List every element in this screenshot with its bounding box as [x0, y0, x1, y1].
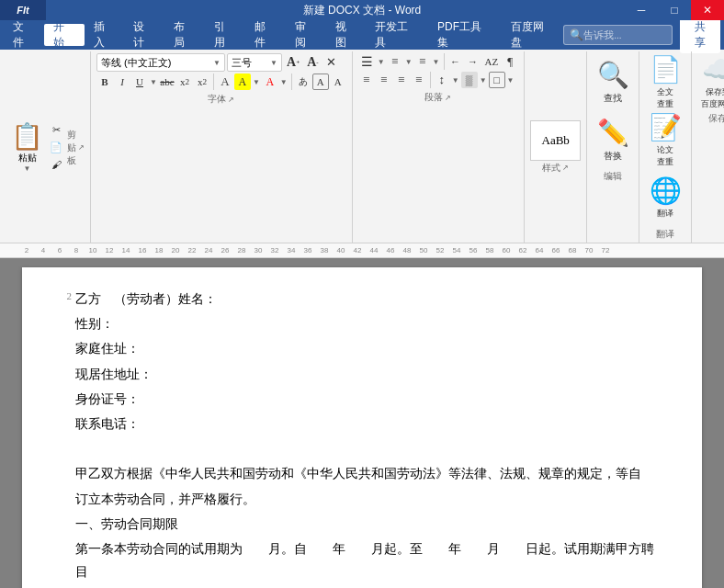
- menu-item-pdf[interactable]: PDF工具集: [428, 24, 502, 46]
- font-divider2: [291, 74, 292, 90]
- menu-item-review[interactable]: 审阅: [286, 24, 326, 46]
- document-area[interactable]: 2 乙方 （劳动者）姓名： 性别： 家庭住址： 现居住地址： 身份证号： 联系电…: [0, 258, 724, 588]
- translate-button[interactable]: 🌐 翻译: [643, 169, 687, 226]
- ruler-mark: 50: [415, 246, 432, 254]
- char-border-button[interactable]: A: [312, 74, 329, 90]
- paste-button[interactable]: 📋 粘贴 ▼: [9, 119, 45, 175]
- format-painter-button[interactable]: 🖌: [47, 156, 65, 173]
- text-effect-button[interactable]: A: [217, 74, 233, 90]
- italic-button[interactable]: I: [114, 74, 130, 90]
- para-expand-icon[interactable]: ↗: [445, 94, 451, 102]
- menu-item-view[interactable]: 视图: [326, 24, 367, 46]
- align-right-button[interactable]: ≡: [393, 72, 410, 88]
- menu-item-mailings[interactable]: 邮件: [245, 24, 286, 46]
- document-page[interactable]: 2 乙方 （劳动者）姓名： 性别： 家庭住址： 现居住地址： 身份证号： 联系电…: [22, 267, 702, 588]
- phonetic-button[interactable]: あ: [295, 74, 311, 90]
- fit-button[interactable]: FIt: [0, 0, 46, 20]
- sort-button[interactable]: AZ: [482, 53, 502, 70]
- close-button[interactable]: ✕: [691, 0, 724, 20]
- doc-line-gender: 性别：: [75, 312, 665, 335]
- font-color-dropdown[interactable]: ▼: [279, 78, 288, 86]
- title-bar: FIt 新建 DOCX 文档 - Word ─ □ ✕: [0, 0, 724, 20]
- minimize-button[interactable]: ─: [625, 0, 658, 20]
- clipboard-small-buttons: ✂ 📄 🖌: [47, 121, 65, 173]
- replace-button[interactable]: ✏️ 替换: [591, 111, 635, 168]
- clipboard-expand-icon[interactable]: ↗: [78, 143, 85, 152]
- multilevel-button[interactable]: ≡: [414, 53, 431, 70]
- align-left-button[interactable]: ≡: [358, 72, 375, 88]
- font-grow-button[interactable]: A+: [284, 54, 302, 71]
- ruler-mark: 28: [233, 246, 250, 254]
- menu-item-layout[interactable]: 布局: [164, 24, 205, 46]
- ruler-mark: 42: [349, 246, 366, 254]
- underline-button[interactable]: U: [131, 74, 148, 90]
- multilevel-dropdown[interactable]: ▼: [432, 58, 441, 66]
- ribbon: 📋 粘贴 ▼ ✂ 📄 🖌 剪贴板 ↗ 等线 (中文正文) ▼: [0, 50, 724, 243]
- font-divider1: [213, 74, 214, 90]
- menu-item-file[interactable]: 文件: [4, 24, 44, 46]
- increase-indent-button[interactable]: →: [465, 53, 481, 70]
- maximize-button[interactable]: □: [658, 0, 691, 20]
- border-dropdown[interactable]: ▼: [506, 76, 515, 85]
- ruler-mark: 30: [250, 246, 266, 254]
- styles-preview[interactable]: AaBb: [530, 120, 581, 161]
- strikethrough-button[interactable]: abc: [159, 74, 175, 90]
- font-color-button[interactable]: A: [262, 74, 278, 90]
- fulltext-icon: 📄: [650, 54, 682, 85]
- find-button[interactable]: 🔍 查找: [591, 53, 635, 110]
- menu-item-design[interactable]: 设计: [124, 24, 164, 46]
- clipboard-group: 📋 粘贴 ▼ ✂ 📄 🖌 剪贴板 ↗: [4, 51, 91, 243]
- doc-line-preamble2: 订立本劳动合同，并严格履行。: [75, 488, 665, 511]
- menu-item-baidu[interactable]: 百度网盘: [502, 24, 564, 46]
- bullets-button[interactable]: ☰: [358, 53, 376, 70]
- subscript-button[interactable]: x2: [176, 74, 193, 90]
- bold-button[interactable]: B: [96, 74, 113, 90]
- ruler: 2 4 6 8 10 12 14 16 18 20 22 24 26 28 30…: [0, 243, 724, 258]
- char-shading-button[interactable]: A: [330, 74, 346, 90]
- highlight-dropdown[interactable]: ▼: [252, 78, 261, 86]
- shading-dropdown[interactable]: ▼: [479, 76, 488, 85]
- save-group: ☁️ 保存到百度网盘 保存: [692, 51, 724, 243]
- font-name-select[interactable]: 等线 (中文正文) ▼: [96, 53, 225, 72]
- paste-dropdown-icon[interactable]: ▼: [24, 164, 31, 173]
- shading-button[interactable]: ▒: [461, 72, 478, 88]
- search-box[interactable]: 🔍 告诉我...: [563, 25, 673, 45]
- styles-expand-icon[interactable]: ↗: [562, 164, 569, 172]
- numbering-dropdown[interactable]: ▼: [404, 58, 413, 66]
- highlight-button[interactable]: A: [234, 74, 251, 90]
- underline-dropdown[interactable]: ▼: [149, 78, 158, 86]
- cut-button[interactable]: ✂: [47, 121, 65, 138]
- share-button[interactable]: 共享: [680, 17, 720, 53]
- ruler-mark: 64: [531, 246, 548, 254]
- align-center-button[interactable]: ≡: [376, 72, 392, 88]
- copy-button[interactable]: 📄: [47, 139, 65, 155]
- ruler-numbers: 2 4 6 8 10 12 14 16 18 20 22 24 26 28 30…: [18, 246, 614, 254]
- justify-button[interactable]: ≡: [411, 72, 427, 88]
- paper-check-button[interactable]: 📝 论文查重: [643, 111, 687, 168]
- menu-item-home[interactable]: 开始: [44, 24, 85, 46]
- menu-item-developer[interactable]: 开发工具: [366, 24, 428, 46]
- decrease-indent-button[interactable]: ←: [447, 53, 464, 70]
- replace-label: 替换: [604, 150, 622, 163]
- fulltext-check-button[interactable]: 📄 全文查重: [643, 53, 687, 110]
- para-label: 段落: [424, 91, 443, 104]
- save-cloud-button[interactable]: ☁️ 保存到百度网盘: [696, 53, 724, 110]
- ruler-mark: 8: [68, 246, 85, 254]
- font-shrink-button[interactable]: A-: [304, 54, 321, 71]
- numbering-button[interactable]: ≡: [387, 53, 403, 70]
- bullets-dropdown[interactable]: ▼: [377, 58, 386, 66]
- font-expand-icon[interactable]: ↗: [228, 96, 234, 104]
- clear-format-button[interactable]: ✕: [323, 54, 340, 71]
- menu-item-references[interactable]: 引用: [205, 24, 245, 46]
- para-list-row: ☰ ▼ ≡ ▼ ≡ ▼ ← → AZ ¶: [358, 53, 518, 70]
- line-spacing-dropdown[interactable]: ▼: [451, 76, 460, 85]
- superscript-button[interactable]: x2: [194, 74, 210, 90]
- font-size-select[interactable]: 三号 ▼: [227, 53, 282, 72]
- save-label: 保存: [708, 112, 724, 125]
- translate-icon: 🌐: [650, 175, 682, 206]
- line-spacing-button[interactable]: ↕: [434, 72, 450, 88]
- menu-item-insert[interactable]: 插入: [85, 24, 125, 46]
- ribbon-main: 📋 粘贴 ▼ ✂ 📄 🖌 剪贴板 ↗ 等线 (中文正文) ▼: [4, 51, 720, 243]
- show-marks-button[interactable]: ¶: [502, 53, 518, 70]
- border-button[interactable]: □: [489, 72, 505, 88]
